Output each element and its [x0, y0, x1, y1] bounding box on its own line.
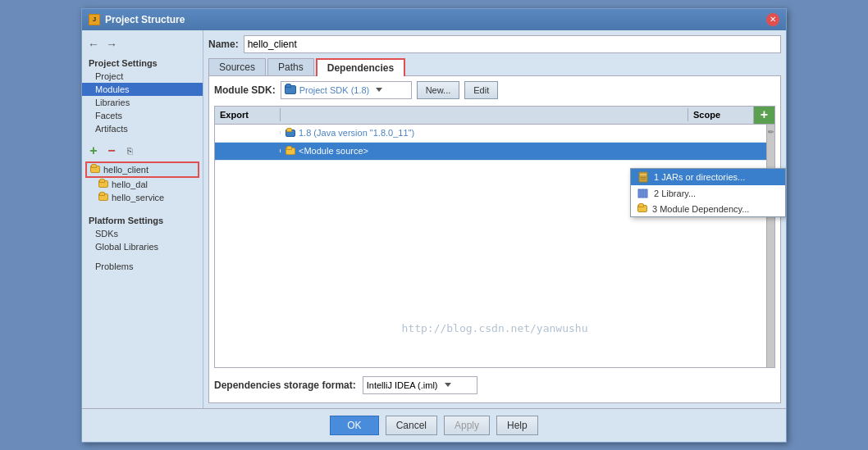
project-structure-dialog: J Project Structure ✕ ← → Project Settin…: [81, 8, 787, 443]
storage-dropdown-arrow: [445, 383, 451, 387]
right-toolbar: ✏: [766, 125, 774, 367]
help-button[interactable]: Help: [496, 416, 538, 435]
sdk-dropdown-arrow: [376, 88, 382, 92]
close-button[interactable]: ✕: [766, 13, 779, 26]
sidebar-item-facets[interactable]: Facets: [82, 109, 203, 122]
sidebar-item-artifacts[interactable]: Artifacts: [82, 122, 203, 135]
module-source-label: <Module source>: [299, 146, 368, 156]
nav-toolbar: ← →: [82, 34, 203, 55]
sdk-row: Module SDK: Project SDK (1.8) New... Edi…: [214, 81, 775, 99]
facets-label: Facets: [95, 111, 122, 120]
folder-icon: [90, 166, 100, 173]
library-icon: [637, 188, 649, 199]
sidebar-item-project[interactable]: Project: [82, 70, 203, 83]
main-content: Name: Sources Paths Dependencies Module …: [203, 30, 786, 408]
sdk-value: Project SDK (1.8): [299, 85, 370, 95]
watermark: http://blog.csdn.net/yanwushu: [402, 322, 588, 334]
export-cell: [215, 149, 281, 152]
tab-paths[interactable]: Paths: [267, 58, 314, 75]
sidebar-item-sdks[interactable]: SDKs: [82, 227, 203, 240]
name-input[interactable]: [244, 35, 781, 53]
module-service-label: hello_service: [112, 193, 164, 202]
dialog-title: Project Structure: [105, 14, 185, 25]
modules-toolbar: + − ⎘: [82, 142, 203, 160]
title-bar: J Project Structure ✕: [82, 9, 786, 30]
sidebar-item-problems[interactable]: Problems: [82, 260, 203, 273]
dep-name-cell: <Module source>: [281, 144, 688, 157]
svg-rect-1: [640, 174, 646, 175]
platform-settings-label: Platform Settings: [82, 212, 203, 227]
storage-label: Dependencies storage format:: [214, 380, 356, 391]
storage-dropdown[interactable]: IntelliJ IDEA (.iml): [363, 376, 477, 394]
svg-rect-2: [641, 177, 646, 178]
title-bar-left: J Project Structure: [89, 14, 185, 25]
module-hello-client[interactable]: hello_client: [85, 161, 199, 178]
add-module-button[interactable]: +: [85, 143, 102, 158]
problems-label: Problems: [95, 261, 133, 271]
module-dep-label: 3 Module Dependency...: [652, 204, 749, 214]
modules-label: Modules: [95, 84, 130, 94]
sdk-folder-icon: [285, 85, 296, 94]
content-panel: Module SDK: Project SDK (1.8) New... Edi…: [208, 76, 781, 403]
tab-dependencies[interactable]: Dependencies: [316, 58, 405, 76]
storage-value: IntelliJ IDEA (.iml): [367, 380, 438, 390]
name-row: Name:: [208, 35, 781, 53]
table-header: Export Scope +: [215, 107, 774, 125]
add-dependency-button[interactable]: +: [753, 106, 774, 124]
tab-sources[interactable]: Sources: [208, 58, 266, 75]
sdk-dropdown[interactable]: Project SDK (1.8): [281, 81, 412, 99]
folder-icon: [98, 180, 108, 188]
ok-button[interactable]: OK: [330, 416, 378, 435]
popup-item-module-dep[interactable]: 3 Module Dependency...: [631, 202, 785, 216]
svg-rect-6: [645, 189, 647, 198]
module-hello-service[interactable]: hello_service: [85, 191, 199, 204]
popup-item-jars[interactable]: 1 JARs or directories...: [631, 169, 785, 185]
forward-button[interactable]: →: [103, 37, 120, 52]
sidebar-item-modules[interactable]: Modules: [82, 83, 203, 96]
add-dropdown-popup: 1 JARs or directories... 2 Library... 3 …: [630, 168, 786, 217]
folder-icon: [98, 193, 108, 201]
col-name-header: [281, 113, 688, 116]
sidebar-item-libraries[interactable]: Libraries: [82, 96, 203, 109]
new-sdk-button[interactable]: New...: [417, 81, 460, 99]
dep-name-cell: 1.8 (Java version "1.8.0_11"): [281, 126, 688, 139]
app-icon: J: [89, 14, 100, 25]
apply-button[interactable]: Apply: [444, 416, 490, 435]
sidebar: ← → Project Settings Project Modules Lib…: [82, 30, 203, 408]
module-folder-icon: [286, 148, 295, 155]
modules-list: hello_client hello_dal hello_service: [82, 160, 203, 206]
pencil-icon: ✏: [768, 128, 774, 136]
table-row[interactable]: <Module source>: [215, 143, 774, 161]
jdk-label: 1.8 (Java version "1.8.0_11"): [299, 128, 414, 138]
scope-cell: [688, 131, 753, 134]
jars-label: 1 JARs or directories...: [654, 172, 745, 182]
sidebar-item-global-libraries[interactable]: Global Libraries: [82, 240, 203, 253]
sdks-label: SDKs: [95, 229, 118, 239]
module-dep-icon: [637, 205, 647, 212]
global-libraries-label: Global Libraries: [95, 242, 158, 252]
dependency-rows: 1.8 (Java version "1.8.0_11") <Module so…: [215, 125, 774, 161]
edit-sdk-button[interactable]: Edit: [464, 81, 498, 99]
module-dal-label: hello_dal: [112, 180, 148, 189]
col-scope-header: Scope: [688, 108, 753, 121]
module-hello-dal[interactable]: hello_dal: [85, 178, 199, 191]
scope-cell: [688, 149, 753, 152]
table-row[interactable]: 1.8 (Java version "1.8.0_11"): [215, 125, 774, 143]
library-label: 2 Library...: [654, 189, 696, 198]
back-button[interactable]: ←: [85, 37, 102, 52]
storage-row: Dependencies storage format: IntelliJ ID…: [214, 373, 775, 398]
artifacts-label: Artifacts: [95, 124, 128, 134]
col-export-header: Export: [215, 108, 281, 121]
remove-module-button[interactable]: −: [103, 143, 120, 158]
project-settings-label: Project Settings: [82, 55, 203, 70]
project-label: Project: [95, 71, 123, 81]
svg-rect-4: [638, 189, 641, 198]
copy-module-button[interactable]: ⎘: [121, 143, 138, 158]
libraries-label: Libraries: [95, 98, 130, 107]
module-client-label: hello_client: [103, 165, 148, 175]
cancel-button[interactable]: Cancel: [386, 416, 437, 435]
export-cell: [215, 131, 281, 134]
sdk-label: Module SDK:: [214, 84, 276, 96]
dialog-body: ← → Project Settings Project Modules Lib…: [82, 30, 786, 408]
popup-item-library[interactable]: 2 Library...: [631, 185, 785, 202]
